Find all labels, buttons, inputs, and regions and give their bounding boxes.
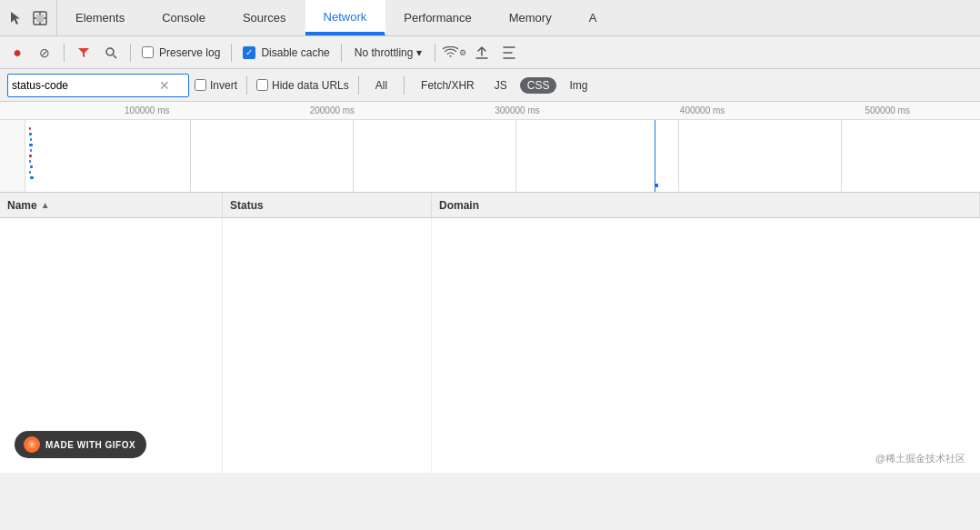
search-box: ✕ [7,74,189,97]
cursor-icon[interactable] [7,9,25,27]
table-col-domain [432,218,980,473]
cursor-dot [655,184,658,187]
waterfall-bars [0,120,980,193]
watermark: @稀土掘金技术社区 [875,452,965,465]
toolbar: ● ⊘ Preserve log ✓ Disable cache No thro… [0,36,980,69]
svg-rect-1 [36,15,44,22]
ruler-mark-2: 200000 ms [240,105,425,115]
hide-data-urls-label[interactable]: Hide data URLs [256,79,349,92]
table-header: Name ▲ Status Domain [0,193,980,218]
tab-network[interactable]: Network [305,0,386,35]
mini-bar-r1 [29,127,31,130]
vline-5 [841,120,842,193]
toolbar-divider-2 [130,44,131,62]
tab-console[interactable]: Console [144,0,225,35]
preserve-log-label[interactable]: Preserve log [138,46,224,59]
vline-4 [678,120,679,193]
disable-cache-label[interactable]: ✓ Disable cache [239,46,333,59]
disable-cache-checkmark: ✓ [243,46,255,59]
gifox-badge: MADE WITH GIFOX [15,431,146,458]
mini-bar-5 [29,160,31,163]
vline-3 [515,120,516,193]
vline-2 [353,120,354,193]
stop-button[interactable]: ⊘ [33,41,56,65]
timeline-cursor [655,120,655,193]
throttle-arrow-icon: ▾ [416,46,422,59]
wifi-icon[interactable]: ⚙ [443,41,466,65]
th-name[interactable]: Name ▲ [0,193,223,217]
tab-elements[interactable]: Elements [57,0,144,35]
svg-point-11 [31,445,33,446]
timeline-ruler: 100000 ms 200000 ms 300000 ms 400000 ms … [0,102,980,120]
mini-bar-3 [29,144,33,146]
toolbar-divider-1 [64,44,65,62]
th-domain[interactable]: Domain [432,193,980,217]
sort-arrow-icon: ▲ [41,200,50,210]
invert-label[interactable]: Invert [195,79,237,92]
throttle-select[interactable]: No throttling ▾ [349,45,428,61]
nav-tabs: Elements Console Sources Network Perform… [57,0,980,35]
mini-bar-r2 [29,155,32,157]
svg-line-7 [114,55,117,58]
filter-js-button[interactable]: JS [487,77,515,94]
filter-divider-1 [246,76,247,95]
ruler-mark-5: 500000 ms [795,105,980,115]
nav-icons [0,0,57,35]
th-status[interactable]: Status [223,193,432,217]
ruler-mark-1: 100000 ms [55,105,240,115]
filter-img-button[interactable]: Img [562,77,595,94]
tab-sources[interactable]: Sources [225,0,305,35]
svg-point-6 [106,48,114,55]
vline-1 [190,120,191,193]
top-nav: Elements Console Sources Network Perform… [0,0,980,36]
mini-bar-8 [30,176,34,179]
more-icon[interactable] [497,41,521,65]
timeline-area: 100000 ms 200000 ms 300000 ms 400000 ms … [0,102,980,193]
gifox-logo [24,436,40,453]
search-input[interactable] [12,79,157,92]
tab-more[interactable]: A [571,0,616,35]
toolbar-divider-3 [231,44,232,62]
filter-css-button[interactable]: CSS [520,77,557,94]
invert-checkbox[interactable] [195,79,206,91]
tab-performance[interactable]: Performance [385,0,490,35]
filter-divider-3 [404,76,405,95]
filter-all-button[interactable]: All [368,77,395,94]
search-clear-icon[interactable]: ✕ [159,78,170,93]
mini-bar-1 [29,133,32,135]
ruler-mark-3: 300000 ms [425,105,610,115]
mini-bar-4 [30,149,32,152]
hide-data-urls-checkbox[interactable] [256,79,268,91]
table-body: MADE WITH GIFOX @稀土掘金技术社区 [0,218,980,473]
filter-divider-2 [358,76,359,95]
upload-icon[interactable] [470,41,494,65]
filter-row: ✕ Invert Hide data URLs All Fetch/XHR JS… [0,69,980,102]
mini-bar-2 [30,138,32,141]
timeline-chart [0,120,980,193]
toolbar-divider-5 [435,44,435,62]
table-col-status [223,218,432,473]
preserve-log-checkbox[interactable] [142,46,154,58]
ruler-mark-4: 400000 ms [610,105,795,115]
tab-memory[interactable]: Memory [491,0,571,35]
mini-bar-6 [30,165,33,168]
record-button[interactable]: ● [5,41,29,65]
mini-bar-7 [29,171,31,174]
inspect-icon[interactable] [31,9,49,27]
filter-button[interactable] [72,41,95,65]
filter-fetch-xhr-button[interactable]: Fetch/XHR [414,77,482,94]
toolbar-divider-4 [341,44,342,62]
search-button[interactable] [99,41,123,65]
